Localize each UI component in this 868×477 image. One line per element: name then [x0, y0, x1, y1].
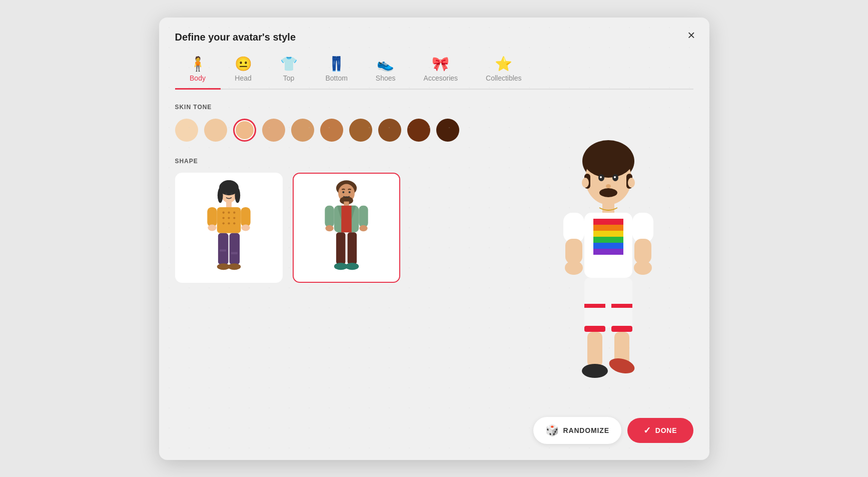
shape-female[interactable] — [175, 173, 283, 283]
svg-point-39 — [359, 225, 367, 231]
svg-rect-20 — [218, 233, 228, 264]
svg-rect-67 — [584, 304, 605, 308]
tab-top[interactable]: 👕 Top — [266, 53, 312, 90]
svg-point-11 — [228, 217, 230, 219]
tab-head[interactable]: 😐 Head — [221, 53, 266, 90]
skin-swatch-7[interactable] — [378, 119, 401, 142]
svg-rect-56 — [593, 231, 623, 237]
main-avatar-display — [533, 104, 683, 444]
head-tab-icon: 😐 — [235, 57, 252, 71]
svg-point-14 — [228, 222, 230, 224]
shoes-tab-label: Shoes — [376, 74, 396, 82]
tab-shoes[interactable]: 👟 Shoes — [362, 53, 410, 90]
collectibles-tab-icon: ⭐ — [495, 57, 512, 71]
male-avatar-svg — [294, 174, 399, 282]
svg-rect-73 — [584, 326, 605, 332]
svg-point-82 — [614, 176, 616, 178]
accessories-tab-icon: 🎀 — [432, 57, 449, 71]
svg-rect-54 — [593, 219, 623, 225]
skin-swatch-9[interactable] — [436, 119, 459, 142]
svg-point-64 — [565, 261, 583, 275]
svg-point-43 — [345, 262, 359, 269]
svg-rect-41 — [347, 232, 357, 264]
tab-accessories[interactable]: 🎀 Accesories — [410, 53, 472, 90]
bottom-tab-label: Bottom — [326, 74, 348, 82]
svg-point-3 — [217, 188, 223, 203]
skin-swatch-0[interactable] — [175, 119, 198, 142]
svg-point-26 — [225, 192, 227, 194]
modal-title: Define your avatar's style — [175, 32, 693, 43]
body-tab-icon: 🧍 — [189, 57, 207, 71]
svg-rect-74 — [611, 326, 632, 332]
skin-swatch-4[interactable] — [291, 119, 314, 142]
head-tab-label: Head — [235, 74, 251, 82]
skin-swatch-2[interactable] — [233, 119, 256, 142]
svg-point-85 — [628, 178, 635, 188]
svg-rect-52 — [602, 203, 614, 213]
svg-rect-31 — [344, 201, 349, 205]
skin-swatch-3[interactable] — [262, 119, 285, 142]
svg-point-45 — [348, 191, 350, 193]
collectibles-tab-label: Collectibles — [486, 74, 522, 82]
svg-rect-57 — [593, 237, 623, 243]
svg-rect-22 — [220, 249, 226, 251]
check-icon: ✓ — [643, 425, 651, 436]
svg-rect-69 — [611, 304, 632, 308]
randomize-button[interactable]: 🎲 RANDOMIZE — [533, 417, 621, 444]
avatar-style-modal: Define your avatar's style × 🧍 Body 😐 He… — [159, 18, 709, 460]
svg-rect-61 — [632, 213, 653, 243]
done-button[interactable]: ✓ DONE — [627, 418, 693, 443]
svg-rect-58 — [593, 243, 623, 249]
svg-point-83 — [606, 184, 611, 188]
svg-point-65 — [634, 261, 652, 275]
skin-swatch-1[interactable] — [204, 119, 227, 142]
tab-bottom[interactable]: 👖 Bottom — [312, 53, 362, 90]
svg-point-81 — [600, 176, 602, 178]
skin-swatch-8[interactable] — [407, 119, 430, 142]
top-tab-label: Top — [283, 74, 295, 82]
main-avatar-svg — [543, 134, 673, 444]
svg-point-19 — [241, 224, 250, 231]
female-avatar-svg — [176, 174, 282, 282]
svg-rect-21 — [229, 233, 240, 264]
body-tab-label: Body — [190, 74, 206, 82]
skin-tone-swatches — [175, 119, 523, 142]
shoes-tab-icon: 👟 — [377, 57, 394, 71]
close-button[interactable]: × — [687, 29, 695, 42]
svg-point-77 — [582, 364, 608, 378]
svg-point-7 — [222, 211, 224, 213]
svg-point-27 — [230, 192, 232, 194]
svg-point-10 — [222, 217, 224, 219]
svg-point-13 — [222, 222, 224, 224]
svg-rect-63 — [634, 239, 651, 264]
svg-rect-37 — [359, 205, 368, 227]
randomize-label: RANDOMIZE — [563, 426, 609, 434]
dice-icon: 🎲 — [545, 424, 559, 437]
svg-point-84 — [582, 178, 589, 188]
svg-rect-59 — [593, 249, 623, 255]
shape-label: SHAPE — [175, 158, 523, 165]
left-panel: SKIN TONE SHAPE — [175, 104, 523, 444]
svg-point-12 — [233, 217, 235, 219]
svg-point-18 — [208, 224, 216, 231]
svg-rect-75 — [587, 332, 602, 367]
svg-rect-40 — [336, 232, 345, 264]
svg-rect-36 — [325, 205, 334, 227]
tab-collectibles[interactable]: ⭐ Collectibles — [472, 53, 536, 90]
svg-point-48 — [583, 142, 633, 178]
action-buttons: 🎲 RANDOMIZE ✓ DONE — [533, 417, 693, 444]
tab-bar: 🧍 Body 😐 Head 👕 Top 👖 Bottom 👟 Shoes 🎀 A… — [175, 53, 693, 90]
svg-point-9 — [233, 211, 235, 213]
skin-swatch-6[interactable] — [349, 119, 372, 142]
tab-body[interactable]: 🧍 Body — [175, 53, 221, 90]
svg-rect-5 — [226, 202, 232, 207]
svg-rect-16 — [207, 207, 217, 226]
svg-point-4 — [235, 188, 240, 203]
skin-swatch-5[interactable] — [320, 119, 343, 142]
svg-rect-55 — [593, 225, 623, 231]
shape-male[interactable] — [293, 173, 400, 283]
svg-point-51 — [599, 188, 617, 197]
svg-rect-6 — [217, 207, 241, 233]
svg-point-38 — [325, 225, 333, 231]
svg-point-8 — [228, 211, 230, 213]
